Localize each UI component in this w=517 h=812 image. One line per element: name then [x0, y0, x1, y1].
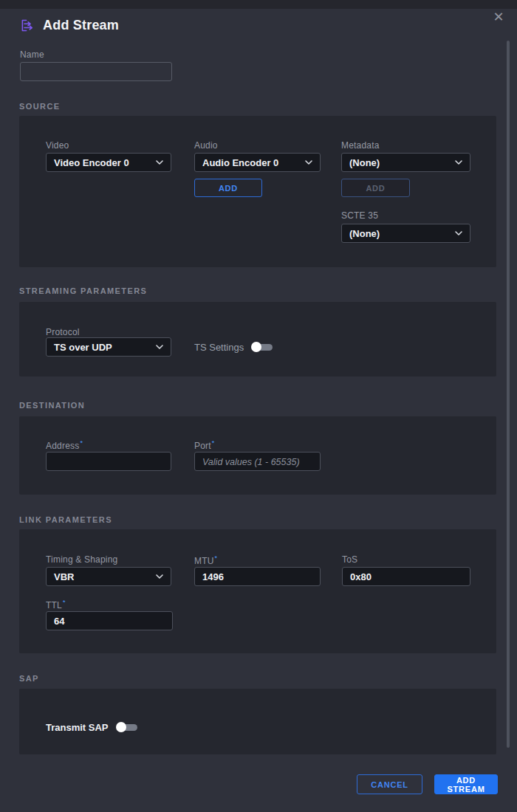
chevron-down-icon [156, 160, 163, 165]
required-marker: * [80, 439, 83, 447]
chevron-down-icon [455, 160, 462, 165]
ts-settings-label: TS Settings [194, 342, 244, 353]
dialog-header: Add Stream [19, 18, 119, 33]
tos-input[interactable] [342, 567, 470, 586]
ttl-label-text: TTL [46, 600, 62, 610]
port-input[interactable] [194, 452, 321, 471]
close-icon[interactable]: ✕ [491, 10, 506, 24]
ttl-input[interactable] [46, 611, 173, 630]
chevron-down-icon [305, 160, 312, 165]
section-heading-destination: DESTINATION [19, 401, 85, 410]
protocol-select[interactable]: TS over UDP [46, 337, 171, 357]
video-label: Video [46, 140, 69, 151]
chevron-down-icon [156, 345, 163, 349]
metadata-label: Metadata [341, 140, 380, 151]
ts-settings-toggle[interactable] [251, 342, 273, 352]
address-input[interactable] [46, 452, 171, 471]
port-label-text: Port [194, 441, 211, 451]
section-heading-streaming: STREAMING PARAMETERS [19, 286, 147, 295]
timing-shaping-value: VBR [54, 571, 74, 582]
ts-settings-row: TS Settings [194, 337, 273, 357]
source-panel: Video Audio Metadata Video Encoder 0 Aud… [19, 116, 496, 267]
audio-source-select[interactable]: Audio Encoder 0 [194, 153, 321, 172]
port-label: Port* [194, 439, 215, 451]
required-marker: * [212, 439, 215, 447]
dialog-title: Add Stream [43, 18, 119, 33]
transmit-sap-label: Transmit SAP [46, 722, 109, 733]
name-input[interactable] [20, 62, 172, 81]
cancel-button[interactable]: CANCEL [357, 774, 422, 794]
scrollbar-thumb[interactable] [507, 41, 510, 748]
metadata-source-value: (None) [349, 157, 380, 168]
metadata-source-select[interactable]: (None) [341, 153, 470, 172]
chevron-down-icon [156, 574, 163, 579]
transmit-sap-row: Transmit SAP [46, 718, 138, 737]
scte35-value: (None) [349, 228, 380, 239]
audio-source-value: Audio Encoder 0 [202, 157, 278, 168]
name-label: Name [20, 49, 44, 60]
scte35-label: SCTE 35 [341, 210, 378, 221]
required-marker: * [63, 599, 66, 606]
transmit-sap-toggle[interactable] [116, 722, 138, 732]
scte35-select[interactable]: (None) [341, 224, 470, 243]
ttl-label: TTL* [46, 599, 66, 610]
link-panel: Timing & Shaping MTU* ToS VBR TTL* [19, 529, 496, 653]
chevron-down-icon [455, 231, 462, 235]
section-heading-source: SOURCE [19, 102, 60, 111]
video-source-select[interactable]: Video Encoder 0 [46, 153, 171, 172]
section-heading-link: LINK PARAMETERS [19, 515, 112, 524]
add-metadata-button[interactable]: ADD [341, 179, 410, 197]
tos-label: ToS [342, 554, 357, 565]
required-marker: * [215, 554, 218, 562]
protocol-label: Protocol [46, 327, 80, 337]
add-stream-button[interactable]: ADD STREAM [434, 774, 498, 794]
section-heading-sap: SAP [19, 674, 39, 683]
window-top-strip [0, 0, 517, 9]
audio-label: Audio [194, 140, 218, 151]
destination-panel: Address* Port* [19, 416, 496, 495]
timing-shaping-label: Timing & Shaping [46, 554, 117, 565]
timing-shaping-select[interactable]: VBR [46, 567, 171, 586]
streaming-panel: Protocol TS over UDP TS Settings [19, 302, 496, 376]
sap-panel: Transmit SAP [19, 689, 496, 754]
protocol-value: TS over UDP [54, 342, 112, 353]
mtu-label: MTU* [194, 554, 217, 566]
add-audio-button[interactable]: ADD [194, 179, 262, 197]
stream-icon [19, 18, 35, 33]
video-source-value: Video Encoder 0 [54, 157, 129, 168]
mtu-input[interactable] [194, 567, 321, 586]
address-label: Address* [46, 439, 83, 451]
mtu-label-text: MTU [194, 556, 214, 566]
address-label-text: Address [46, 441, 79, 451]
